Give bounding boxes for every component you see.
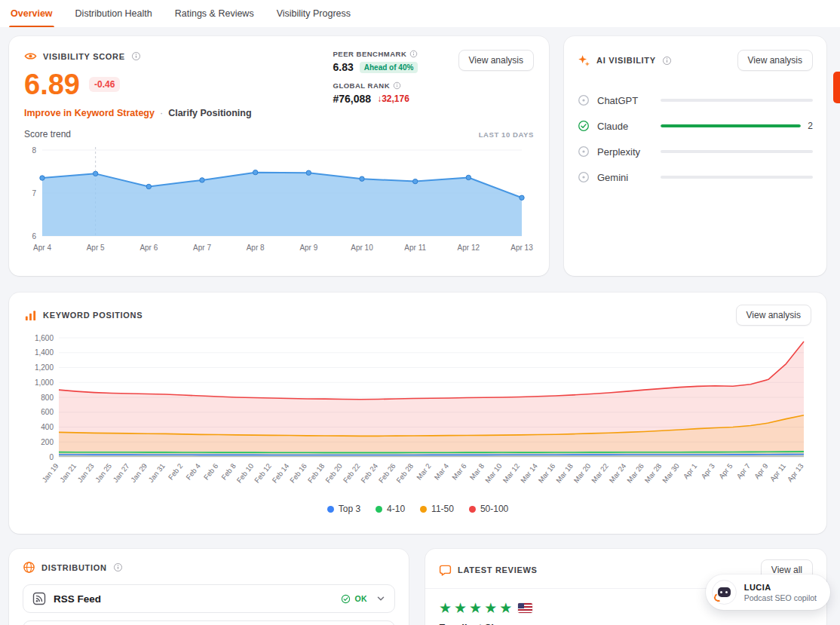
svg-text:Feb 24: Feb 24 xyxy=(359,461,379,484)
review-title: Excellent Show xyxy=(439,622,813,625)
svg-text:Apr 13: Apr 13 xyxy=(786,461,805,483)
peer-benchmark-value: 6.83 xyxy=(333,61,354,73)
svg-text:Jan 27: Jan 27 xyxy=(111,461,130,483)
svg-text:Apr 11: Apr 11 xyxy=(768,461,787,483)
suggestion-link-keyword-strategy[interactable]: Improve in Keyword Strategy xyxy=(24,108,155,118)
info-icon[interactable] xyxy=(113,562,123,572)
benchmark-block: PEER BENCHMARK 6.83 Ahead of 40% GLOBAL … xyxy=(333,50,448,105)
distribution-row-partial[interactable] xyxy=(23,620,395,625)
distribution-row-rss-feed[interactable]: RSS Feed OK xyxy=(23,584,395,613)
legend-item[interactable]: 11-50 xyxy=(420,504,454,514)
svg-text:Feb 10: Feb 10 xyxy=(235,461,255,484)
visibility-eye-icon xyxy=(24,50,37,63)
chevron-down-icon[interactable] xyxy=(376,594,385,603)
legend-dot xyxy=(469,506,476,513)
score-trend-chart: 678Apr 4Apr 5Apr 6Apr 7Apr 8Apr 9Apr 10A… xyxy=(24,142,534,259)
view-analysis-button[interactable]: View analysis xyxy=(736,305,811,326)
feedback-side-tab[interactable] xyxy=(833,72,840,103)
svg-text:Feb 26: Feb 26 xyxy=(377,461,397,484)
svg-text:Apr 6: Apr 6 xyxy=(139,244,158,252)
tab-visibility-progress[interactable]: Visibility Progress xyxy=(277,0,351,27)
tab-distribution-health[interactable]: Distribution Health xyxy=(75,0,152,27)
lucia-copilot-widget[interactable]: LUCIA Podcast SEO copilot xyxy=(706,574,830,610)
latest-reviews-title: LATEST REVIEWS xyxy=(458,565,538,574)
visibility-score-card: VISIBILITY SCORE 6.89 -0.46 Improve in K… xyxy=(9,36,549,276)
svg-text:Mar 30: Mar 30 xyxy=(661,461,681,484)
info-icon[interactable] xyxy=(131,51,141,61)
svg-text:Mar 26: Mar 26 xyxy=(625,461,645,484)
svg-text:Apr 8: Apr 8 xyxy=(247,244,265,252)
ai-platform-row-chatgpt[interactable]: ChatGPT xyxy=(578,87,813,113)
svg-text:Jan 29: Jan 29 xyxy=(129,461,149,483)
ai-platform-row-claude[interactable]: Claude 2 xyxy=(578,113,813,139)
ai-visibility-card: AI VISIBILITY View analysis ChatGPT Clau… xyxy=(564,36,826,276)
svg-text:Feb 2: Feb 2 xyxy=(167,461,185,481)
svg-text:Mar 14: Mar 14 xyxy=(519,461,539,484)
svg-text:Apr 7: Apr 7 xyxy=(193,244,211,252)
svg-text:Apr 12: Apr 12 xyxy=(458,244,480,252)
svg-text:Mar 28: Mar 28 xyxy=(643,461,664,484)
tab-ratings-reviews[interactable]: Ratings & Reviews xyxy=(175,0,254,27)
svg-text:1,000: 1,000 xyxy=(35,378,54,387)
keyword-positions-chart: 02004006008001,0001,2001,4001,600Jan 19J… xyxy=(24,332,811,504)
sparkles-icon xyxy=(578,54,590,67)
info-icon[interactable] xyxy=(662,56,672,66)
svg-text:Jan 19: Jan 19 xyxy=(40,461,60,483)
svg-text:1,400: 1,400 xyxy=(35,348,54,357)
distribution-status-badge: OK xyxy=(341,594,367,604)
svg-text:Feb 22: Feb 22 xyxy=(342,461,362,484)
distribution-row-name: RSS Feed xyxy=(54,593,341,605)
legend-item[interactable]: 4-10 xyxy=(376,504,405,514)
svg-text:Apr 10: Apr 10 xyxy=(351,244,373,252)
legend-dot xyxy=(327,506,334,513)
star-icon: ★ xyxy=(469,601,482,615)
peer-benchmark-badge: Ahead of 40% xyxy=(360,62,418,73)
info-icon[interactable] xyxy=(393,81,401,90)
svg-text:1,600: 1,600 xyxy=(35,334,54,342)
us-flag-icon xyxy=(518,603,532,613)
svg-text:Mar 2: Mar 2 xyxy=(415,461,433,481)
ai-visibility-bar xyxy=(661,176,813,179)
distribution-title: DISTRIBUTION xyxy=(41,563,107,572)
view-analysis-button[interactable]: View analysis xyxy=(737,50,813,71)
check-circle-icon xyxy=(341,594,351,604)
svg-text:Apr 11: Apr 11 xyxy=(404,244,426,252)
ai-platform-row-gemini[interactable]: Gemini xyxy=(578,164,813,190)
svg-text:Jan 23: Jan 23 xyxy=(75,461,95,483)
ai-visibility-value: 2 xyxy=(807,121,813,131)
svg-text:Mar 18: Mar 18 xyxy=(554,461,575,484)
peer-benchmark-label: PEER BENCHMARK xyxy=(333,50,407,58)
ai-visibility-bar xyxy=(661,124,801,127)
star-icon: ★ xyxy=(484,601,497,615)
svg-text:600: 600 xyxy=(41,408,54,416)
svg-text:Feb 18: Feb 18 xyxy=(306,461,326,484)
ai-platform-name: Claude xyxy=(597,121,661,132)
circle-dot-icon xyxy=(578,146,590,158)
copilot-subtitle: Podcast SEO copilot xyxy=(744,593,817,602)
legend-item[interactable]: Top 3 xyxy=(327,504,360,514)
view-analysis-button[interactable]: View analysis xyxy=(458,50,534,71)
global-rank-value: #76,088 xyxy=(333,93,372,105)
distribution-card: DISTRIBUTION RSS Feed OK xyxy=(9,549,409,625)
svg-text:6: 6 xyxy=(32,232,36,241)
suggestion-link-clarify-positioning[interactable]: Clarify Positioning xyxy=(168,108,251,118)
svg-text:400: 400 xyxy=(41,423,54,431)
tab-overview[interactable]: Overview xyxy=(11,0,53,27)
ai-visibility-bar xyxy=(661,150,813,153)
svg-text:Feb 12: Feb 12 xyxy=(253,461,273,484)
ai-platform-name: Perplexity xyxy=(597,146,661,158)
ai-platform-row-perplexity[interactable]: Perplexity xyxy=(578,139,813,164)
info-icon[interactable] xyxy=(409,50,418,58)
svg-text:Feb 4: Feb 4 xyxy=(184,461,202,481)
lucia-avatar xyxy=(712,580,737,605)
svg-text:Apr 9: Apr 9 xyxy=(299,244,317,252)
chat-bubble-icon xyxy=(439,564,452,577)
legend-item[interactable]: 50-100 xyxy=(469,504,508,514)
bar-chart-icon xyxy=(24,309,37,322)
visibility-score-title: VISIBILITY SCORE xyxy=(43,52,125,61)
svg-text:Mar 22: Mar 22 xyxy=(590,461,610,484)
svg-text:200: 200 xyxy=(41,438,54,446)
svg-text:Mar 16: Mar 16 xyxy=(536,461,556,484)
ai-visibility-title: AI VISIBILITY xyxy=(596,56,656,65)
svg-text:800: 800 xyxy=(41,394,54,402)
